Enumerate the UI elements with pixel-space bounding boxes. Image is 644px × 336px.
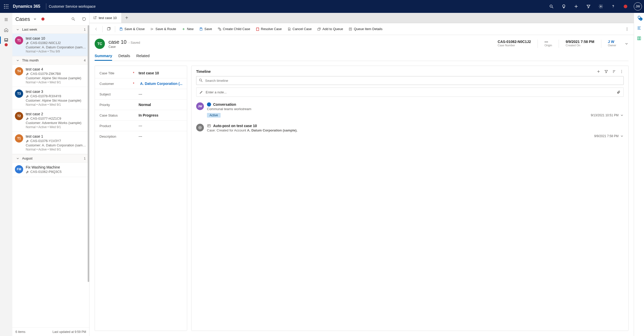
smart-assist-badge: 4 <box>639 17 642 21</box>
knowledge-button[interactable] <box>637 36 641 41</box>
case-list-body: Last week1T1test case 10CAS-01082-N0C1J2… <box>12 25 89 327</box>
timeline-sort-icon[interactable] <box>612 69 616 74</box>
svg-rect-24 <box>201 28 202 28</box>
home-button[interactable] <box>0 25 12 35</box>
case-list-item[interactable]: T1test case 10CAS-01082-N0C1J2Customer: … <box>12 34 89 56</box>
timeline-search-input[interactable] <box>196 76 624 85</box>
overflow-button[interactable] <box>622 24 632 34</box>
user-avatar[interactable]: JW <box>632 0 644 13</box>
field-description[interactable]: --- <box>139 134 182 138</box>
add-icon[interactable] <box>570 0 582 13</box>
save-close-button[interactable]: Save & Close <box>117 24 147 34</box>
case-list-item[interactable]: T3test case 3CAS-01078-R3X4Y8Customer: A… <box>12 87 89 109</box>
tab-related[interactable]: Related <box>136 51 150 61</box>
svg-point-49 <box>621 73 622 73</box>
save-button[interactable]: Save <box>197 24 215 34</box>
record-entity-label: Case <box>108 45 140 49</box>
record-form: TC case 10 - Saved Case CAS-01082-N0C1J2… <box>89 35 634 336</box>
refresh-icon[interactable] <box>82 17 86 21</box>
timeline-overflow-icon[interactable] <box>620 69 624 74</box>
svg-point-0 <box>4 4 5 5</box>
svg-point-13 <box>600 6 602 7</box>
search-icon[interactable] <box>545 0 558 13</box>
svg-point-7 <box>6 8 6 8</box>
list-group-header[interactable]: Last week1 <box>12 25 89 34</box>
session-tabstrip: test case 10 + <box>89 13 634 23</box>
form-expand-button[interactable] <box>624 42 629 46</box>
timeline-search[interactable] <box>196 76 624 85</box>
svg-point-4 <box>6 6 6 7</box>
productivity-pane: 4 <box>634 13 644 336</box>
timeline-note-input[interactable]: Enter a note... <box>196 87 624 97</box>
back-button[interactable] <box>92 24 101 34</box>
kpi-owner[interactable]: J W <box>608 40 616 44</box>
svg-point-9 <box>550 5 552 7</box>
app-launcher-button[interactable] <box>0 0 12 13</box>
resolve-button[interactable]: Resolve Case <box>253 24 284 34</box>
timeline-item[interactable]: Auto-post on test case 10Case: Created f… <box>196 122 624 143</box>
add-to-queue-button[interactable]: Add to Queue <box>315 24 346 34</box>
queue-item-details-button[interactable]: Queue Item Details <box>346 24 385 34</box>
save-route-button[interactable]: Save & Route <box>148 24 179 34</box>
list-search-icon[interactable] <box>71 17 75 21</box>
kpi-created-on: 9/9/2021 7:58 PM <box>566 40 594 44</box>
new-tab-button[interactable]: + <box>122 13 132 23</box>
smart-assist-button[interactable]: 4 <box>637 15 641 20</box>
create-child-button[interactable]: Create Child Case <box>215 24 253 34</box>
svg-point-34 <box>627 28 627 28</box>
help-icon[interactable] <box>607 0 619 13</box>
agent-script-button[interactable] <box>637 26 641 30</box>
command-bar: Save & Close Save & Route New Save Creat… <box>89 23 634 35</box>
timeline-item[interactable]: JWConversationCommunal teams workstreamA… <box>196 101 624 122</box>
list-group-header[interactable]: August1 <box>12 154 89 163</box>
form-tabs: Summary Details Related <box>95 51 629 61</box>
hamburger-button[interactable] <box>0 14 12 25</box>
case-list-item[interactable]: T2test case 2CAS-01077-H2Z1C9Customer: A… <box>12 109 89 132</box>
field-customer[interactable]: A. Datum Corporation (... <box>139 82 182 86</box>
presence-indicator[interactable] <box>619 0 632 13</box>
svg-point-3 <box>4 6 5 7</box>
scrollbar-hint[interactable] <box>88 25 89 282</box>
field-case-status[interactable]: In Progress <box>139 113 182 117</box>
timeline-filter-icon[interactable] <box>604 69 608 74</box>
gear-icon[interactable] <box>595 0 607 13</box>
list-group-header[interactable]: This month4 <box>12 56 89 65</box>
filter-icon[interactable] <box>582 0 595 13</box>
field-case-title[interactable]: test case 10 <box>139 71 182 75</box>
svg-line-51 <box>201 81 202 82</box>
field-priority[interactable]: Normal <box>139 103 182 107</box>
workspace-label[interactable]: Customer Service workspace <box>49 4 96 8</box>
inbox-notification-dot <box>5 43 8 46</box>
timeline-add-icon[interactable] <box>596 69 601 74</box>
session-tab[interactable]: test case 10 <box>89 13 122 23</box>
svg-point-1 <box>6 4 6 5</box>
fields-panel: Case Title*test case 10 Customer*A. Datu… <box>95 66 187 331</box>
workspace: test case 10 + Save & Close Save & Route… <box>89 13 634 336</box>
tab-summary[interactable]: Summary <box>95 51 112 61</box>
record-saved-label: - Saved <box>129 41 140 45</box>
tab-details[interactable]: Details <box>118 51 130 61</box>
svg-rect-26 <box>220 29 221 30</box>
timeline-title: Timeline <box>196 69 211 74</box>
case-list-item[interactable]: T1test case 1CAS-01076-Y1V3Y7Customer: A… <box>12 132 89 154</box>
kpi-origin: --- <box>545 40 552 44</box>
chevron-down-icon[interactable] <box>33 17 37 21</box>
case-list-title[interactable]: Cases <box>15 16 30 22</box>
field-product[interactable]: --- <box>139 124 182 128</box>
field-subject[interactable]: --- <box>139 92 182 96</box>
attach-icon[interactable] <box>617 90 620 94</box>
inbox-button[interactable] <box>0 35 12 45</box>
svg-rect-25 <box>218 28 219 29</box>
case-list-item[interactable]: T4test case 4CAS-01079-Z8K7B8Customer: A… <box>12 65 89 87</box>
svg-point-48 <box>621 71 622 72</box>
svg-point-36 <box>627 30 627 30</box>
case-list-panel: Cases Last week1T1test case 10CAS-01082-… <box>12 13 89 336</box>
svg-rect-20 <box>107 28 110 30</box>
case-list-item[interactable]: FMFix Washing MachineCAS-01062-P8Q3C5 <box>12 163 89 177</box>
svg-line-10 <box>552 7 553 8</box>
svg-point-18 <box>72 18 74 20</box>
lightbulb-icon[interactable] <box>558 0 570 13</box>
cancel-case-button[interactable]: Cancel Case <box>285 24 314 34</box>
new-button[interactable]: New <box>179 24 196 34</box>
open-new-window-button[interactable] <box>104 24 113 34</box>
